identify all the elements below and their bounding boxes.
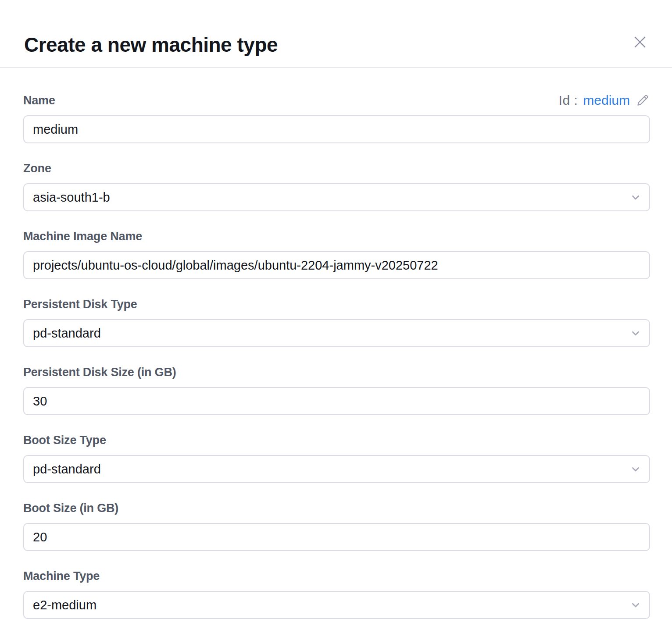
field-name: Name Id : medium xyxy=(23,93,650,143)
persistent-disk-size-input[interactable] xyxy=(23,387,650,415)
chevron-down-icon xyxy=(630,327,641,339)
chevron-down-icon xyxy=(630,192,641,203)
chevron-down-icon xyxy=(630,599,641,611)
field-machine-type: Machine Type e2-medium xyxy=(23,569,650,619)
boot-size-type-value: pd-standard xyxy=(33,462,101,477)
id-value: medium xyxy=(583,93,630,108)
chevron-down-icon xyxy=(630,463,641,475)
machine-image-label: Machine Image Name xyxy=(23,230,142,243)
zone-select-value: asia-south1-b xyxy=(33,190,110,205)
field-boot-size: Boot Size (in GB) xyxy=(23,501,650,551)
field-boot-size-type: Boot Size Type pd-standard xyxy=(23,433,650,483)
edit-id-button[interactable] xyxy=(635,93,650,108)
field-persistent-disk-size: Persistent Disk Size (in GB) xyxy=(23,365,650,415)
machine-type-label: Machine Type xyxy=(23,569,100,583)
boot-size-input[interactable] xyxy=(23,523,650,551)
zone-label: Zone xyxy=(23,162,51,175)
modal-header: Create a new machine type xyxy=(0,0,672,68)
pencil-icon xyxy=(635,93,650,108)
persistent-disk-type-select[interactable]: pd-standard xyxy=(23,319,650,347)
field-machine-image: Machine Image Name xyxy=(23,229,650,279)
create-machine-type-modal: Create a new machine type Name Id : medi… xyxy=(0,0,672,619)
boot-size-type-label: Boot Size Type xyxy=(23,434,106,447)
boot-size-type-select[interactable]: pd-standard xyxy=(23,455,650,483)
name-label: Name xyxy=(23,94,55,107)
persistent-disk-type-label: Persistent Disk Type xyxy=(23,298,137,311)
close-icon xyxy=(632,34,648,50)
name-input[interactable] xyxy=(23,115,650,143)
page-title: Create a new machine type xyxy=(24,32,278,57)
modal-body: Name Id : medium xyxy=(0,68,672,619)
id-row: Id : medium xyxy=(559,93,650,108)
boot-size-label: Boot Size (in GB) xyxy=(23,502,118,515)
persistent-disk-type-value: pd-standard xyxy=(33,326,101,341)
machine-image-input[interactable] xyxy=(23,251,650,279)
machine-type-select[interactable]: e2-medium xyxy=(23,591,650,619)
id-prefix-label: Id : xyxy=(559,93,578,108)
field-persistent-disk-type: Persistent Disk Type pd-standard xyxy=(23,297,650,347)
zone-select[interactable]: asia-south1-b xyxy=(23,183,650,211)
field-zone: Zone asia-south1-b xyxy=(23,161,650,211)
machine-type-value: e2-medium xyxy=(33,598,97,612)
persistent-disk-size-label: Persistent Disk Size (in GB) xyxy=(23,366,176,379)
close-button[interactable] xyxy=(629,31,651,53)
